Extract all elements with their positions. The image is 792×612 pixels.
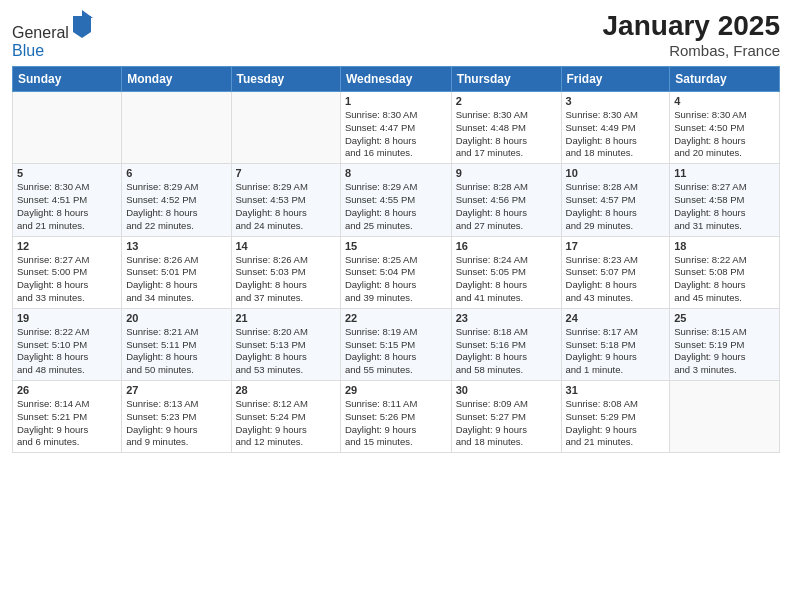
day-info: Sunrise: 8:23 AM Sunset: 5:07 PM Dayligh…: [566, 254, 666, 305]
day-number: 11: [674, 167, 775, 179]
day-number: 15: [345, 240, 447, 252]
day-number: 26: [17, 384, 117, 396]
day-info: Sunrise: 8:28 AM Sunset: 4:56 PM Dayligh…: [456, 181, 557, 232]
day-info: Sunrise: 8:26 AM Sunset: 5:01 PM Dayligh…: [126, 254, 226, 305]
day-number: 2: [456, 95, 557, 107]
table-row: 29Sunrise: 8:11 AM Sunset: 5:26 PM Dayli…: [340, 381, 451, 453]
day-number: 24: [566, 312, 666, 324]
day-info: Sunrise: 8:13 AM Sunset: 5:23 PM Dayligh…: [126, 398, 226, 449]
day-info: Sunrise: 8:19 AM Sunset: 5:15 PM Dayligh…: [345, 326, 447, 377]
table-row: [670, 381, 780, 453]
calendar-week-row: 19Sunrise: 8:22 AM Sunset: 5:10 PM Dayli…: [13, 308, 780, 380]
table-row: 15Sunrise: 8:25 AM Sunset: 5:04 PM Dayli…: [340, 236, 451, 308]
day-number: 27: [126, 384, 226, 396]
table-row: 28Sunrise: 8:12 AM Sunset: 5:24 PM Dayli…: [231, 381, 340, 453]
table-row: 25Sunrise: 8:15 AM Sunset: 5:19 PM Dayli…: [670, 308, 780, 380]
table-row: 21Sunrise: 8:20 AM Sunset: 5:13 PM Dayli…: [231, 308, 340, 380]
day-info: Sunrise: 8:09 AM Sunset: 5:27 PM Dayligh…: [456, 398, 557, 449]
calendar-title: January 2025: [603, 10, 780, 42]
table-row: 12Sunrise: 8:27 AM Sunset: 5:00 PM Dayli…: [13, 236, 122, 308]
day-number: 23: [456, 312, 557, 324]
day-info: Sunrise: 8:12 AM Sunset: 5:24 PM Dayligh…: [236, 398, 336, 449]
day-number: 18: [674, 240, 775, 252]
table-row: 6Sunrise: 8:29 AM Sunset: 4:52 PM Daylig…: [122, 164, 231, 236]
table-row: 5Sunrise: 8:30 AM Sunset: 4:51 PM Daylig…: [13, 164, 122, 236]
table-row: 18Sunrise: 8:22 AM Sunset: 5:08 PM Dayli…: [670, 236, 780, 308]
table-row: 26Sunrise: 8:14 AM Sunset: 5:21 PM Dayli…: [13, 381, 122, 453]
day-number: 4: [674, 95, 775, 107]
calendar-header-row: Sunday Monday Tuesday Wednesday Thursday…: [13, 67, 780, 92]
header-monday: Monday: [122, 67, 231, 92]
day-number: 12: [17, 240, 117, 252]
table-row: 30Sunrise: 8:09 AM Sunset: 5:27 PM Dayli…: [451, 381, 561, 453]
day-number: 29: [345, 384, 447, 396]
table-row: 3Sunrise: 8:30 AM Sunset: 4:49 PM Daylig…: [561, 92, 670, 164]
day-info: Sunrise: 8:30 AM Sunset: 4:47 PM Dayligh…: [345, 109, 447, 160]
table-row: 14Sunrise: 8:26 AM Sunset: 5:03 PM Dayli…: [231, 236, 340, 308]
header-tuesday: Tuesday: [231, 67, 340, 92]
day-number: 7: [236, 167, 336, 179]
table-row: 23Sunrise: 8:18 AM Sunset: 5:16 PM Dayli…: [451, 308, 561, 380]
day-number: 16: [456, 240, 557, 252]
table-row: [122, 92, 231, 164]
day-info: Sunrise: 8:08 AM Sunset: 5:29 PM Dayligh…: [566, 398, 666, 449]
table-row: 31Sunrise: 8:08 AM Sunset: 5:29 PM Dayli…: [561, 381, 670, 453]
table-row: 24Sunrise: 8:17 AM Sunset: 5:18 PM Dayli…: [561, 308, 670, 380]
day-number: 20: [126, 312, 226, 324]
day-info: Sunrise: 8:30 AM Sunset: 4:49 PM Dayligh…: [566, 109, 666, 160]
day-info: Sunrise: 8:29 AM Sunset: 4:55 PM Dayligh…: [345, 181, 447, 232]
title-block: January 2025 Rombas, France: [603, 10, 780, 59]
day-info: Sunrise: 8:27 AM Sunset: 4:58 PM Dayligh…: [674, 181, 775, 232]
day-number: 1: [345, 95, 447, 107]
header-sunday: Sunday: [13, 67, 122, 92]
day-info: Sunrise: 8:20 AM Sunset: 5:13 PM Dayligh…: [236, 326, 336, 377]
day-info: Sunrise: 8:21 AM Sunset: 5:11 PM Dayligh…: [126, 326, 226, 377]
calendar-week-row: 1Sunrise: 8:30 AM Sunset: 4:47 PM Daylig…: [13, 92, 780, 164]
table-row: 27Sunrise: 8:13 AM Sunset: 5:23 PM Dayli…: [122, 381, 231, 453]
day-info: Sunrise: 8:28 AM Sunset: 4:57 PM Dayligh…: [566, 181, 666, 232]
table-row: 17Sunrise: 8:23 AM Sunset: 5:07 PM Dayli…: [561, 236, 670, 308]
day-number: 21: [236, 312, 336, 324]
day-info: Sunrise: 8:22 AM Sunset: 5:10 PM Dayligh…: [17, 326, 117, 377]
day-info: Sunrise: 8:25 AM Sunset: 5:04 PM Dayligh…: [345, 254, 447, 305]
day-info: Sunrise: 8:22 AM Sunset: 5:08 PM Dayligh…: [674, 254, 775, 305]
day-number: 30: [456, 384, 557, 396]
day-number: 28: [236, 384, 336, 396]
day-info: Sunrise: 8:24 AM Sunset: 5:05 PM Dayligh…: [456, 254, 557, 305]
day-number: 31: [566, 384, 666, 396]
table-row: 11Sunrise: 8:27 AM Sunset: 4:58 PM Dayli…: [670, 164, 780, 236]
day-info: Sunrise: 8:30 AM Sunset: 4:48 PM Dayligh…: [456, 109, 557, 160]
day-number: 19: [17, 312, 117, 324]
table-row: 19Sunrise: 8:22 AM Sunset: 5:10 PM Dayli…: [13, 308, 122, 380]
calendar-subtitle: Rombas, France: [603, 42, 780, 59]
day-info: Sunrise: 8:18 AM Sunset: 5:16 PM Dayligh…: [456, 326, 557, 377]
logo-blue-text: Blue: [12, 42, 44, 59]
logo-general-text: General: [12, 24, 69, 41]
svg-marker-0: [73, 16, 91, 38]
day-number: 25: [674, 312, 775, 324]
day-number: 3: [566, 95, 666, 107]
day-number: 6: [126, 167, 226, 179]
header-saturday: Saturday: [670, 67, 780, 92]
svg-marker-1: [82, 10, 93, 18]
day-info: Sunrise: 8:29 AM Sunset: 4:52 PM Dayligh…: [126, 181, 226, 232]
calendar-week-row: 12Sunrise: 8:27 AM Sunset: 5:00 PM Dayli…: [13, 236, 780, 308]
table-row: 10Sunrise: 8:28 AM Sunset: 4:57 PM Dayli…: [561, 164, 670, 236]
day-number: 22: [345, 312, 447, 324]
logo-icon: [71, 10, 93, 38]
table-row: 13Sunrise: 8:26 AM Sunset: 5:01 PM Dayli…: [122, 236, 231, 308]
page-header: General Blue January 2025 Rombas, France: [12, 10, 780, 60]
table-row: 20Sunrise: 8:21 AM Sunset: 5:11 PM Dayli…: [122, 308, 231, 380]
day-number: 14: [236, 240, 336, 252]
calendar-table: Sunday Monday Tuesday Wednesday Thursday…: [12, 66, 780, 453]
table-row: 16Sunrise: 8:24 AM Sunset: 5:05 PM Dayli…: [451, 236, 561, 308]
day-number: 17: [566, 240, 666, 252]
day-number: 8: [345, 167, 447, 179]
day-number: 13: [126, 240, 226, 252]
day-number: 9: [456, 167, 557, 179]
table-row: [231, 92, 340, 164]
day-info: Sunrise: 8:29 AM Sunset: 4:53 PM Dayligh…: [236, 181, 336, 232]
logo: General Blue: [12, 10, 93, 60]
table-row: 8Sunrise: 8:29 AM Sunset: 4:55 PM Daylig…: [340, 164, 451, 236]
day-info: Sunrise: 8:17 AM Sunset: 5:18 PM Dayligh…: [566, 326, 666, 377]
